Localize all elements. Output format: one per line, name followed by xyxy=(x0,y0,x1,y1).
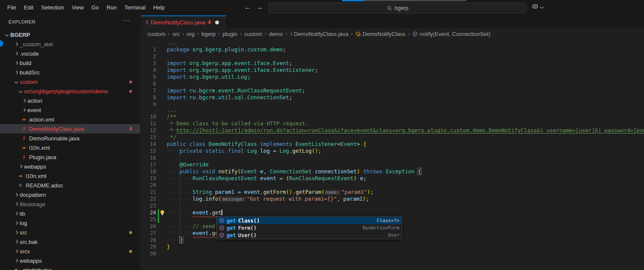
code-editor[interactable]: ···1package·org.bgerp.plugin.custom.demo… xyxy=(140,41,644,270)
xml-file-icon: </> xyxy=(21,146,27,150)
tree-item-src[interactable]: src xyxy=(0,228,140,237)
back-button[interactable]: ← xyxy=(242,0,253,15)
menu-item-edit[interactable]: Edit xyxy=(20,0,37,15)
tab-demonotifyclass[interactable]: J DemoNotifyClass.java 4 xyxy=(141,15,227,28)
code-line-5[interactable]: 5import·org.bgerp.util.Log; xyxy=(140,74,644,80)
tree-item-vscode[interactable]: .vscode xyxy=(0,49,140,58)
tree-item-action[interactable]: action xyxy=(0,96,140,105)
copilot-button[interactable] xyxy=(532,3,543,10)
menu-item-help[interactable]: Help xyxy=(149,0,168,15)
menu-item-view[interactable]: View xyxy=(68,0,88,15)
code-line-19[interactable]: 19········RunClassRequestEvent·event·=·(… xyxy=(140,175,644,182)
suggest-item-getuser[interactable]: getUser()User xyxy=(217,231,402,239)
breadcrumb-item-custom[interactable]: custom xyxy=(244,31,262,37)
tree-item-buildsrc[interactable]: buildSrc xyxy=(0,68,140,77)
tree-item-log[interactable]: log xyxy=(0,218,140,228)
search-input[interactable]: bgerp xyxy=(269,3,527,13)
breadcrumb-item-plugin[interactable]: plugin xyxy=(222,31,237,37)
code-line-11[interactable]: 11·*·Demo·class·to·be·called·via·HTTP·re… xyxy=(140,120,644,127)
code-line-20[interactable]: 20 xyxy=(140,182,644,189)
code-line-13[interactable]: 13·*/ xyxy=(140,134,644,141)
code-line-2[interactable]: 2 xyxy=(140,53,644,60)
code-line-18[interactable]: 18····public·void·notify(Event·e,·Connec… xyxy=(140,168,644,175)
code-line-14[interactable]: 14public·class·DemoNotifyClass·implement… xyxy=(140,141,644,148)
forward-button[interactable]: → xyxy=(254,0,265,15)
breadcrumb-item-bgerp[interactable]: bgerp xyxy=(201,31,216,37)
tree-item-lib[interactable]: lib xyxy=(0,209,140,218)
tree-item-src-bak[interactable]: src.bak xyxy=(0,237,140,246)
folded-ellipsis-row[interactable]: ··· xyxy=(140,108,644,113)
tree-item-webapps[interactable]: webapps xyxy=(0,162,140,171)
line-content: ····public·void·notify(Event·e,·Connecti… xyxy=(167,168,421,175)
code-line-22[interactable]: 22········log.info(message:"Got·request·… xyxy=(140,196,644,202)
tree-item-event[interactable]: event xyxy=(0,105,140,115)
tree-item-bgerp[interactable]: BGERP xyxy=(0,30,140,39)
breadcrumb-item-org[interactable]: org xyxy=(186,31,195,37)
tree-item-gitattributes[interactable]: ◈.gitattributes xyxy=(0,265,140,270)
code-line-9[interactable]: 9 xyxy=(140,101,644,108)
chevron-down-icon xyxy=(540,5,544,8)
chevron-right-icon xyxy=(15,231,18,234)
breadcrumb-separator: › xyxy=(351,31,353,37)
unsaved-dot-icon[interactable] xyxy=(215,21,219,24)
menu-item-go[interactable]: Go xyxy=(88,0,103,15)
code-line-16[interactable]: 16 xyxy=(140,154,644,161)
menu-item-file[interactable]: File xyxy=(3,0,20,15)
code-line-30[interactable]: 30 xyxy=(140,250,644,257)
tree-item-label: custom xyxy=(20,79,38,85)
breadcrumb-item-demo[interactable]: demo xyxy=(269,31,283,37)
chevron-right-icon xyxy=(15,221,18,225)
lightbulb-icon[interactable] xyxy=(160,210,165,216)
code-line-7[interactable]: 7import·ru.bgcrm.event.RunClassRequestEv… xyxy=(140,87,644,94)
menu-item-terminal[interactable]: Terminal xyxy=(121,0,149,15)
breadcrumb-item-demonotifyclass[interactable]: DemoNotifyClass xyxy=(355,31,405,37)
suggest-item-getclass[interactable]: getClass()Class<?> xyxy=(217,217,402,224)
code-line-24[interactable]: 24········event.get xyxy=(140,209,644,216)
tree-item-label: webapps xyxy=(20,258,42,264)
line-number: 30 xyxy=(140,250,156,257)
folded-ellipsis-row[interactable]: ··· xyxy=(140,41,644,46)
explorer-more-actions-button[interactable]: ··· xyxy=(123,17,130,24)
file-tree: BGERP_custom_atel.vscodebuildbuildSrccus… xyxy=(0,30,140,270)
code-line-12[interactable]: 12·*·http://[host]:[port]/admin/run.do?a… xyxy=(140,127,644,134)
change-bar xyxy=(158,209,159,216)
tree-item-l10n-xml[interactable]: </>l10n.xml xyxy=(0,143,140,152)
tree-item-readme-adoc[interactable]: ≡README.adoc xyxy=(0,181,140,190)
code-line-21[interactable]: 21········String·param1·=·event.getForm(… xyxy=(140,189,644,196)
tree-item-action-xml[interactable]: </>action.xml xyxy=(0,115,140,124)
tree-item-demorunnable-java[interactable]: JDemoRunnable.java xyxy=(0,134,140,143)
code-line-15[interactable]: 15····private·static·final·Log·log·=·Log… xyxy=(140,148,644,154)
line-content: import·ru.bgcrm.event.RunClassRequestEve… xyxy=(167,87,305,94)
code-line-4[interactable]: 4import·org.bgerp.app.event.iface.EventL… xyxy=(140,67,644,74)
breadcrumb-item-demonotifyclass-java[interactable]: JDemoNotifyClass.java xyxy=(290,31,348,37)
breadcrumb-item-src[interactable]: src xyxy=(172,31,180,37)
tree-item-l10n-xml[interactable]: </>l10n.xml xyxy=(0,171,140,181)
code-line-29[interactable]: 29} xyxy=(140,243,644,250)
tree-item-filestorage[interactable]: filestorage xyxy=(0,199,140,209)
chevron-right-icon xyxy=(15,52,18,55)
breadcrumb-item-custom[interactable]: custom xyxy=(148,31,165,37)
suggest-item-getform[interactable]: getForm()DynActionForm xyxy=(217,224,402,231)
tree-item-custom-atel[interactable]: _custom_atel xyxy=(0,39,140,49)
tree-item-build[interactable]: build xyxy=(0,58,140,68)
code-line-3[interactable]: 3import·org.bgerp.app.event.iface.Event; xyxy=(140,60,644,67)
tree-item-demonotifyclass-java[interactable]: JDemoNotifyClass.java4 xyxy=(0,124,140,134)
menu-item-selection[interactable]: Selection xyxy=(37,0,68,15)
code-line-17[interactable]: 17····@Override xyxy=(140,161,644,168)
progress-strip-gray xyxy=(363,0,466,1)
tree-item-docpattern[interactable]: docpattern xyxy=(0,190,140,199)
tree-item-plugin-java[interactable]: JPlugin.java xyxy=(0,152,140,162)
code-line-23[interactable]: 23 xyxy=(140,202,644,209)
code-line-1[interactable]: 1package·org.bgerp.plugin.custom.demo; xyxy=(140,46,644,53)
menu-item-run[interactable]: Run xyxy=(103,0,121,15)
tree-item-custom[interactable]: custom xyxy=(0,77,140,86)
code-line-6[interactable]: 6 xyxy=(140,80,644,87)
line-content: import·org.bgerp.app.event.iface.Event; xyxy=(167,60,292,67)
breadcrumb-item-notify-event-connectionset[interactable]: notify(Event, ConnectionSet) xyxy=(412,31,490,37)
tree-item-src-org-bgerp-plugin-custom-demo[interactable]: src\org\bgerp\plugin\custom\demo xyxy=(0,86,140,96)
line-content: ·*·http://[host]:[port]/admin/run.do?act… xyxy=(167,127,644,134)
tree-item-srcx[interactable]: srcx xyxy=(0,246,140,256)
code-line-8[interactable]: 8import·ru.bgcrm.util.sql.ConnectionSet; xyxy=(140,94,644,101)
tree-item-webapps[interactable]: webapps xyxy=(0,256,140,265)
code-line-10[interactable]: 10/** xyxy=(140,113,644,120)
